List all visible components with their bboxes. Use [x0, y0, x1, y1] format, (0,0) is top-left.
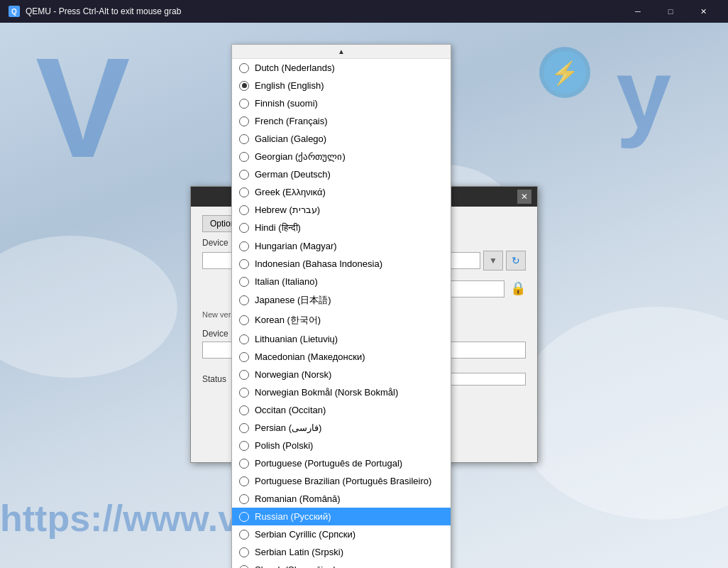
dropdown-item-22[interactable]: Portuguese (Português de Portugal) [232, 454, 451, 472]
dropdown-item-label-17: Norwegian (Norsk) [255, 369, 331, 380]
dropdown-item-label-13: Japanese (日本語) [255, 294, 331, 307]
radio-9 [239, 223, 249, 233]
radio-3 [239, 116, 249, 126]
dropdown-item-4[interactable]: Galician (Galego) [232, 130, 451, 148]
refresh-button[interactable]: ↻ [506, 251, 526, 271]
dropdown-item-label-1: English (English) [255, 80, 324, 91]
language-dropdown: ▲ Dutch (Nederlands)English (English)Fin… [231, 44, 451, 568]
radio-21 [239, 441, 249, 451]
dropdown-item-19[interactable]: Occitan (Occitan) [232, 401, 451, 419]
dropdown-item-label-27: Serbian Latin (Srpski) [255, 547, 343, 557]
radio-8 [239, 205, 249, 215]
dropdown-item-label-0: Dutch (Nederlands) [255, 62, 335, 73]
dropdown-item-label-15: Lithuanian (Lietuvių) [255, 334, 338, 344]
dropdown-item-26[interactable]: Serbian Cyrillic (Српски) [232, 525, 451, 543]
cloud-shape-1 [0, 236, 177, 378]
dropdown-item-label-28: Slovak (Slovenčina) [255, 564, 336, 568]
scroll-up-arrow[interactable]: ▲ [332, 46, 351, 57]
dropdown-item-label-23: Portuguese Brazilian (Português Brasilei… [255, 476, 431, 486]
radio-12 [239, 277, 249, 287]
radio-18 [239, 388, 249, 398]
url-text: https://www.v [0, 497, 238, 540]
dropdown-item-label-14: Korean (한국어) [255, 314, 321, 327]
lock-icon: 🔒 [510, 280, 526, 296]
dropdown-item-label-6: German (Deutsch) [255, 169, 331, 180]
dropdown-item-label-25: Russian (Русский) [255, 511, 331, 522]
dropdown-item-16[interactable]: Macedonian (Македонски) [232, 348, 451, 366]
usb-icon: ⚡ [536, 44, 600, 108]
dropdown-item-label-16: Macedonian (Македонски) [255, 351, 365, 362]
radio-26 [239, 530, 249, 540]
dropdown-item-21[interactable]: Polish (Polski) [232, 437, 451, 454]
radio-17 [239, 370, 249, 380]
qemu-title: QEMU - Press Ctrl-Alt to exit mouse grab [26, 6, 616, 16]
dropdown-item-label-26: Serbian Cyrillic (Српски) [255, 529, 355, 540]
svg-text:⚡: ⚡ [551, 60, 579, 87]
radio-11 [239, 259, 249, 269]
dropdown-item-18[interactable]: Norwegian Bokmål (Norsk Bokmål) [232, 383, 451, 401]
radio-1 [239, 81, 249, 91]
radio-22 [239, 459, 249, 469]
radio-5 [239, 152, 249, 162]
radio-16 [239, 352, 249, 362]
dropdown-item-1[interactable]: English (English) [232, 77, 451, 94]
v-logo: V [35, 37, 130, 179]
dropdown-item-20[interactable]: Persian (فارسی) [232, 419, 451, 437]
dropdown-item-label-22: Portuguese (Português de Portugal) [255, 458, 402, 469]
dropdown-item-label-19: Occitan (Occitan) [255, 405, 326, 415]
dropdown-item-3[interactable]: French (Français) [232, 112, 451, 130]
close-button[interactable]: ✕ [687, 0, 719, 23]
dropdown-item-label-8: Hebrew (עברית) [255, 204, 320, 215]
dropdown-item-6[interactable]: German (Deutsch) [232, 165, 451, 183]
qemu-content: V ⚡ y https://www.v ✕ Option [0, 23, 728, 568]
radio-19 [239, 405, 249, 415]
dropdown-item-25[interactable]: Russian (Русский) [232, 508, 451, 525]
dropdown-item-10[interactable]: Hungarian (Magyar) [232, 237, 451, 255]
dropdown-item-12[interactable]: Italian (Italiano) [232, 273, 451, 290]
dropdown-item-24[interactable]: Romanian (Română) [232, 490, 451, 508]
dropdown-item-label-9: Hindi (हिन्दी) [255, 222, 301, 234]
dropdown-item-label-2: Finnish (suomi) [255, 98, 318, 109]
dropdown-item-label-21: Polish (Polski) [255, 440, 313, 451]
dropdown-item-7[interactable]: Greek (Ελληνικά) [232, 183, 451, 201]
dropdown-item-14[interactable]: Korean (한국어) [232, 310, 451, 330]
device-dropdown-btn[interactable]: ▼ [483, 251, 503, 271]
dropdown-item-label-12: Italian (Italiano) [255, 276, 318, 287]
radio-23 [239, 476, 249, 486]
radio-7 [239, 187, 249, 197]
maximize-button[interactable]: □ [654, 0, 687, 23]
dropdown-item-28[interactable]: Slovak (Slovenčina) [232, 561, 451, 568]
dropdown-item-17[interactable]: Norwegian (Norsk) [232, 366, 451, 383]
radio-15 [239, 334, 249, 344]
dropdown-item-5[interactable]: Georgian (ქართული) [232, 148, 451, 165]
dropdown-item-label-11: Indonesian (Bahasa Indonesia) [255, 258, 382, 269]
radio-10 [239, 241, 249, 251]
dropdown-item-8[interactable]: Hebrew (עברית) [232, 201, 451, 219]
inner-dialog-close-button[interactable]: ✕ [517, 190, 531, 204]
dropdown-item-label-4: Galician (Galego) [255, 133, 326, 144]
dropdown-item-2[interactable]: Finnish (suomi) [232, 94, 451, 112]
dropdown-item-9[interactable]: Hindi (हिन्दी) [232, 219, 451, 237]
qemu-icon: Q [9, 6, 20, 17]
radio-14 [239, 315, 249, 325]
dropdown-item-label-18: Norwegian Bokmål (Norsk Bokmål) [255, 387, 398, 398]
oy-text: y [616, 44, 671, 143]
radio-27 [239, 547, 249, 557]
dropdown-item-15[interactable]: Lithuanian (Lietuvių) [232, 330, 451, 348]
dropdown-items-list: Dutch (Nederlands)English (English)Finni… [232, 59, 451, 568]
dropdown-item-13[interactable]: Japanese (日本語) [232, 290, 451, 310]
dropdown-item-27[interactable]: Serbian Latin (Srpski) [232, 543, 451, 561]
dropdown-item-label-3: French (Français) [255, 116, 328, 126]
radio-4 [239, 134, 249, 144]
scroll-up-area[interactable]: ▲ [232, 45, 451, 59]
dropdown-item-23[interactable]: Portuguese Brazilian (Português Brasilei… [232, 472, 451, 490]
radio-0 [239, 63, 249, 73]
radio-20 [239, 423, 249, 433]
radio-2 [239, 99, 249, 109]
window-controls: ─ □ ✕ [622, 0, 719, 23]
radio-28 [239, 565, 249, 569]
minimize-button[interactable]: ─ [622, 0, 654, 23]
radio-6 [239, 170, 249, 180]
dropdown-item-11[interactable]: Indonesian (Bahasa Indonesia) [232, 255, 451, 273]
dropdown-item-0[interactable]: Dutch (Nederlands) [232, 59, 451, 77]
